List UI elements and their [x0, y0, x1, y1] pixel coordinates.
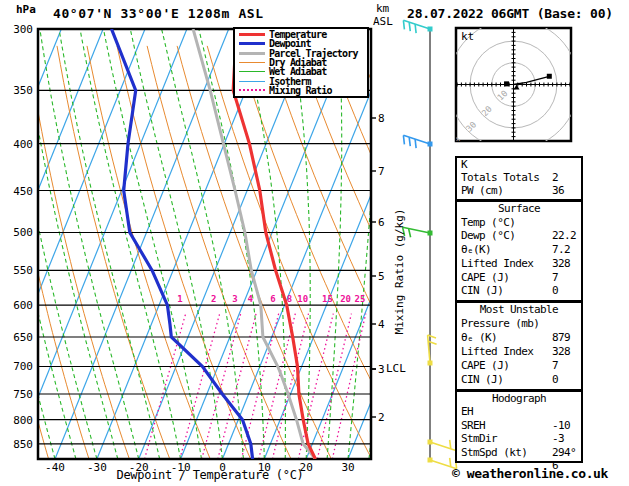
stat-label: CAPE (J) [461, 359, 509, 372]
table-title: Most Unstable [457, 303, 581, 317]
stats-table-2: Most UnstablePressure (mb)879θₑ (K)328Li… [455, 301, 583, 391]
stat-label: CIN (J) [461, 284, 503, 297]
wind-barb [428, 335, 437, 365]
temperature-tick-label: 10 [258, 462, 271, 473]
table-row: Pressure (mb)879 [457, 317, 581, 331]
stat-label: PW (cm) [461, 184, 503, 197]
km-tick-label: 6 [378, 217, 385, 228]
temperature-tick-label: -40 [45, 462, 65, 473]
table-row: θₑ (K)328 [457, 331, 581, 345]
table-row: Totals Totals36 [457, 171, 581, 184]
mixing-ratio-value-label: 20 [340, 295, 351, 304]
stats-table-3: HodographEH-10SREH-3StmDir294°StmSpd (kt… [455, 390, 583, 463]
pressure-tick-label: 300 [3, 24, 33, 35]
pressure-tick-label: 550 [3, 265, 33, 276]
temperature-tick-label: -20 [129, 462, 149, 473]
legend-swatch-isotherm [239, 81, 265, 82]
stat-label: θₑ (K) [461, 331, 497, 344]
wind-barb-feather [409, 22, 410, 31]
wind-barb-staff [430, 442, 457, 451]
mixing-ratio-value-label: 6 [270, 295, 275, 304]
wind-barb-feather [415, 24, 416, 33]
table-row: SREH-3 [457, 419, 581, 432]
stat-label: Dewp (°C) [461, 229, 515, 242]
dry-adiabat-line [267, 46, 452, 459]
pressure-tick-label: 750 [3, 389, 33, 400]
temperature-tick-label: 20 [300, 462, 313, 473]
stat-label: EH [461, 405, 473, 418]
pressure-tick-label: 800 [3, 415, 33, 426]
mixing-ratio-value-label: 25 [355, 295, 366, 304]
mixing-ratio-value-label: 10 [297, 295, 308, 304]
table-row: Lifted Index7 [457, 257, 581, 271]
wind-barb-feather [450, 458, 451, 467]
mixing-ratio-value-label: 4 [248, 295, 253, 304]
hodograph-unit-label: kt [461, 31, 474, 42]
km-tick-label: 7 [378, 166, 385, 177]
pressure-unit-label: hPa [16, 4, 36, 15]
mixing-ratio-value-label: 2 [211, 295, 216, 304]
stat-label: K [461, 158, 467, 171]
wind-barb-feather [428, 341, 437, 344]
table-row: CAPE (J)0 [457, 271, 581, 285]
wind-barb [403, 20, 432, 33]
stats-table-0: K2Totals Totals36PW (cm)0.88 [455, 156, 583, 201]
table-title: Surface [457, 202, 581, 216]
wind-barb-feather [428, 335, 436, 338]
legend-swatch-dry-adiabat [239, 62, 265, 63]
legend-swatch-wet-adiabat [239, 71, 265, 72]
km-tick-label: 2 [378, 412, 385, 423]
hodograph-trace-end-dot [547, 74, 552, 79]
pressure-tick-label: 700 [3, 361, 33, 372]
stat-label: θₑ(K) [461, 243, 491, 256]
km-tick-label: 4 [378, 319, 385, 330]
temperature-tick-label: -30 [87, 462, 107, 473]
legend-swatch-temperature [239, 33, 265, 36]
stat-label: Lifted Index [461, 257, 533, 270]
credit-label: © weatheronline.co.uk [452, 467, 608, 480]
wind-barb-feather [450, 440, 451, 449]
altitude-unit-label-asl: ASL [373, 16, 393, 27]
legend: TemperatureDewpointParcel TrajectoryDry … [233, 27, 369, 98]
km-tick-label: 8 [378, 113, 385, 124]
wind-barb-feather [409, 229, 411, 238]
stat-label: CIN (J) [461, 373, 503, 386]
mixing-ratio-line [273, 314, 309, 459]
legend-swatch-mixing-ratio [239, 89, 265, 91]
temperature-tick-label: -10 [171, 462, 191, 473]
table-row: StmDir294° [457, 432, 581, 445]
wind-barb [403, 135, 432, 148]
skewt-sounding-page: 10203040 hPa 40°07'N 33°00'E 1208m ASL k… [0, 0, 629, 486]
wind-barb-staff [403, 227, 430, 233]
stat-label: CAPE (J) [461, 271, 509, 284]
lcl-label: LCL [386, 363, 406, 374]
table-row: StmSpd (kt)6 [457, 446, 581, 459]
table-row: CAPE (J)0 [457, 359, 581, 373]
table-row: EH-10 [457, 405, 581, 418]
table-row: θₑ(K)328 [457, 243, 581, 257]
stat-label: StmSpd (kt) [461, 446, 527, 459]
stats-table-1: SurfaceTemp (°C)22.2Dewp (°C)7.2θₑ(K)328… [455, 200, 583, 302]
temperature-tick-label: 0 [219, 462, 226, 473]
mixing-ratio-line [145, 314, 186, 459]
dry-adiabat-line [27, 46, 129, 459]
stat-label: SREH [461, 419, 485, 432]
table-title: Hodograph [457, 392, 581, 405]
legend-swatch-dewpoint [239, 42, 265, 45]
stat-label: Pressure (mb) [461, 317, 539, 330]
station-title: 40°07'N 33°00'E 1208m ASL [53, 7, 264, 20]
hodograph-square-marker [504, 81, 509, 86]
pressure-tick-label: 400 [3, 139, 33, 150]
wind-barb [403, 227, 433, 237]
pressure-tick-label: 600 [3, 300, 33, 311]
mixing-ratio-line [180, 314, 220, 459]
table-row: CIN (J)0 [457, 284, 581, 298]
stat-label: StmDir [461, 432, 497, 445]
km-tick-label: 3 [378, 364, 385, 375]
table-row: Dewp (°C)7.2 [457, 229, 581, 243]
pressure-tick-label: 450 [3, 186, 33, 197]
pressure-tick-label: 350 [3, 85, 33, 96]
legend-item-label: Mixing Ratio [269, 85, 332, 96]
pressure-tick-label: 500 [3, 227, 33, 238]
wind-barb-staff [403, 20, 430, 29]
